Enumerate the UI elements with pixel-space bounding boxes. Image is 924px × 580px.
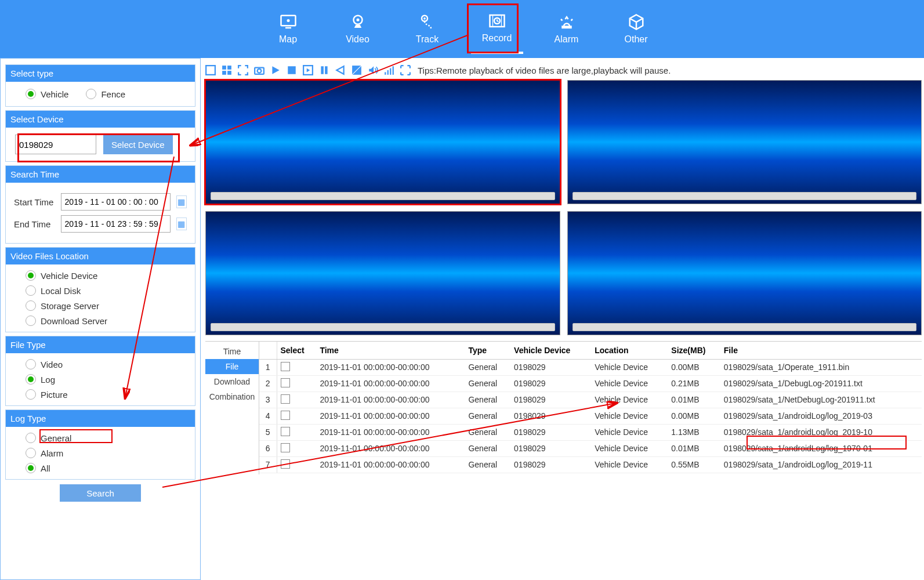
svg-rect-2 bbox=[285, 27, 291, 29]
radio-log-alarm[interactable]: Alarm bbox=[26, 448, 187, 458]
play-icon[interactable] bbox=[270, 65, 281, 75]
nav-other[interactable]: Other bbox=[610, 4, 662, 54]
contrast-icon[interactable] bbox=[352, 65, 362, 75]
svg-rect-19 bbox=[321, 66, 324, 74]
monitor-icon bbox=[280, 13, 297, 31]
row-size: 0.01MB bbox=[668, 440, 720, 456]
svg-point-16 bbox=[258, 69, 262, 73]
start-time-input[interactable] bbox=[61, 193, 171, 211]
row-select[interactable] bbox=[277, 408, 316, 424]
panel-header: Select type bbox=[6, 65, 195, 82]
table-row[interactable]: 6 2019-11-01 00:00:00-00:00:00 General 0… bbox=[259, 440, 922, 456]
tab-time[interactable]: Time bbox=[205, 344, 259, 359]
row-number: 5 bbox=[259, 424, 277, 440]
end-time-input[interactable] bbox=[61, 215, 171, 233]
result-tabs: Time File Download Combination bbox=[205, 342, 259, 474]
row-time: 2019-11-01 00:00:00-00:00:00 bbox=[316, 440, 465, 456]
nav-record[interactable]: Record bbox=[471, 4, 523, 54]
nav-alarm[interactable]: Alarm bbox=[541, 4, 593, 54]
radio-storage-server[interactable]: Storage Server bbox=[26, 300, 187, 311]
layout4-icon[interactable] bbox=[222, 65, 232, 75]
table-row[interactable]: 1 2019-11-01 00:00:00-00:00:00 General 0… bbox=[259, 359, 922, 375]
video-pane-4[interactable] bbox=[567, 211, 922, 335]
panel-select-type: Select type Vehicle Fence bbox=[5, 64, 195, 107]
pause-icon[interactable] bbox=[319, 65, 329, 75]
calendar-icon[interactable]: ▦ bbox=[176, 217, 187, 230]
row-number: 1 bbox=[259, 359, 277, 375]
col-header: Time bbox=[316, 342, 465, 359]
select-device-button[interactable]: Select Device bbox=[103, 135, 173, 154]
table-row[interactable]: 4 2019-11-01 00:00:00-00:00:00 General 0… bbox=[259, 408, 922, 424]
video-grid bbox=[205, 80, 922, 335]
slow-icon[interactable] bbox=[335, 65, 346, 75]
radio-label: Picture bbox=[41, 390, 68, 400]
video-pane-1[interactable] bbox=[205, 80, 560, 204]
row-select[interactable] bbox=[277, 440, 316, 456]
radio-log-general[interactable]: General bbox=[26, 433, 187, 443]
row-select[interactable] bbox=[277, 392, 316, 408]
nav-label: Other bbox=[624, 34, 647, 45]
camera-icon[interactable] bbox=[254, 65, 264, 75]
radio-download-server[interactable]: Download Server bbox=[26, 316, 187, 326]
row-device: 0198029 bbox=[510, 392, 591, 408]
row-time: 2019-11-01 00:00:00-00:00:00 bbox=[316, 408, 465, 424]
col-header bbox=[259, 342, 277, 359]
radio-file-picture[interactable]: Picture bbox=[26, 389, 187, 400]
nav-label: Track bbox=[416, 34, 439, 45]
search-button[interactable]: Search bbox=[60, 484, 141, 502]
radio-local-disk[interactable]: Local Disk bbox=[26, 285, 187, 296]
stop-icon[interactable] bbox=[287, 65, 297, 75]
layout1-icon[interactable] bbox=[205, 65, 216, 75]
nav-track[interactable]: Track bbox=[401, 4, 454, 54]
table-row[interactable]: 7 2019-11-01 00:00:00-00:00:00 General 0… bbox=[259, 456, 922, 473]
tab-download[interactable]: Download bbox=[205, 374, 259, 389]
row-device: 0198029 bbox=[510, 440, 591, 456]
row-size: 0.01MB bbox=[668, 392, 720, 408]
radio-vehicle[interactable]: Vehicle bbox=[26, 89, 68, 99]
expand-icon[interactable] bbox=[400, 65, 411, 75]
svg-rect-12 bbox=[227, 66, 231, 70]
calendar-icon[interactable]: ▦ bbox=[176, 195, 187, 208]
col-header: Type bbox=[465, 342, 510, 359]
table-row[interactable]: 3 2019-11-01 00:00:00-00:00:00 General 0… bbox=[259, 392, 922, 408]
row-select[interactable] bbox=[277, 424, 316, 440]
tips-text: Tips:Remote playback of video files are … bbox=[418, 66, 671, 75]
video-pane-3[interactable] bbox=[205, 211, 560, 335]
table-row[interactable]: 5 2019-11-01 00:00:00-00:00:00 General 0… bbox=[259, 424, 922, 440]
radio-label: Alarm bbox=[41, 448, 63, 458]
volume-icon[interactable] bbox=[368, 65, 378, 75]
video-pane-2[interactable] bbox=[567, 80, 922, 204]
panel-log-type: Log Type General Alarm All bbox=[5, 409, 195, 480]
radio-fence[interactable]: Fence bbox=[86, 89, 125, 99]
svg-point-6 bbox=[423, 17, 426, 20]
tab-file[interactable]: File bbox=[205, 359, 259, 374]
webcam-icon bbox=[349, 13, 367, 31]
row-location: Vehicle Device bbox=[591, 375, 668, 392]
row-location: Vehicle Device bbox=[591, 408, 668, 424]
row-time: 2019-11-01 00:00:00-00:00:00 bbox=[316, 375, 465, 392]
nav-map[interactable]: Map bbox=[262, 4, 314, 54]
fullscreen-icon[interactable] bbox=[238, 65, 248, 75]
row-size: 0.21MB bbox=[668, 375, 720, 392]
step-icon[interactable] bbox=[303, 65, 313, 75]
row-select[interactable] bbox=[277, 375, 316, 392]
col-header: Location bbox=[591, 342, 668, 359]
tab-combination[interactable]: Combination bbox=[205, 389, 259, 404]
row-select[interactable] bbox=[277, 456, 316, 473]
signal-icon[interactable] bbox=[384, 65, 394, 75]
row-time: 2019-11-01 00:00:00-00:00:00 bbox=[316, 424, 465, 440]
end-time-label: End Time bbox=[14, 219, 55, 229]
device-input[interactable] bbox=[15, 135, 96, 154]
row-type: General bbox=[465, 456, 510, 473]
nav-video[interactable]: Video bbox=[332, 4, 384, 54]
radio-file-log[interactable]: Log bbox=[26, 374, 187, 385]
row-select[interactable] bbox=[277, 359, 316, 375]
nav-label: Map bbox=[279, 34, 297, 45]
panel-select-device: Select Device Select Device bbox=[5, 110, 195, 162]
radio-file-video[interactable]: Video bbox=[26, 359, 187, 369]
radio-log-all[interactable]: All bbox=[26, 463, 187, 473]
table-row[interactable]: 2 2019-11-01 00:00:00-00:00:00 General 0… bbox=[259, 375, 922, 392]
svg-point-1 bbox=[287, 19, 289, 22]
record-film-icon bbox=[488, 12, 506, 30]
radio-vehicle-device[interactable]: Vehicle Device bbox=[26, 270, 187, 281]
